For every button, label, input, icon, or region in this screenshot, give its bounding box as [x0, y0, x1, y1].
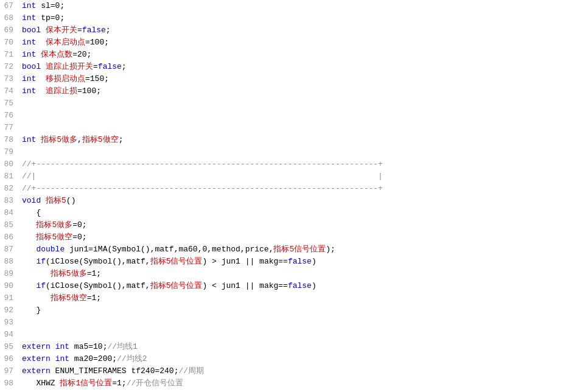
code-line: } [22, 304, 574, 317]
line-number: 71 [2, 49, 13, 61]
code-line: void 指标5() [22, 195, 574, 207]
code-content[interactable]: int sl=0;int tp=0;bool 保本开关=false;int 保本… [18, 0, 574, 392]
line-number: 92 [2, 304, 13, 317]
code-line: 指标5做多=1; [22, 268, 574, 280]
line-number: 83 [2, 195, 13, 207]
code-line: int 移损启动点=150; [22, 73, 574, 85]
code-line: extern int ma5=10;//均线1 [22, 341, 574, 353]
line-number: 68 [2, 12, 13, 24]
code-line: //| | [22, 170, 574, 183]
code-line: if(iClose(Symbol(),matf,指标5信号位置) < jun1 … [22, 280, 574, 292]
line-number: 69 [2, 24, 13, 37]
line-number: 84 [2, 207, 13, 219]
code-line [22, 146, 574, 158]
code-line: int 追踪止损=100; [22, 85, 574, 97]
code-line: extern ENUM_TIMEFRAMES tf240=240;//周期 [22, 365, 574, 377]
code-line: int 保本点数=20; [22, 49, 574, 61]
line-number: 87 [2, 243, 13, 256]
line-number: 94 [2, 329, 13, 341]
code-line: //+-------------------------------------… [22, 158, 574, 170]
line-number: 95 [2, 341, 13, 353]
code-line: //+-------------------------------------… [22, 183, 574, 195]
line-number: 76 [2, 110, 13, 122]
code-line [22, 122, 574, 134]
line-number: 88 [2, 256, 13, 268]
code-line: XHWZ 指标1信号位置=1;//开仓信号位置 [22, 377, 574, 390]
line-number: 82 [2, 183, 13, 195]
line-number: 85 [2, 219, 13, 231]
code-line: double jun1=iMA(Symbol(),matf,ma60,0,met… [22, 243, 574, 256]
line-number: 93 [2, 317, 13, 329]
line-number: 81 [2, 170, 13, 183]
line-number: 67 [2, 0, 13, 12]
line-number: 96 [2, 353, 13, 365]
code-line: int sl=0; [22, 0, 574, 12]
line-number: 70 [2, 37, 13, 49]
line-number: 80 [2, 158, 13, 170]
code-line: 指标5做空=1; [22, 292, 574, 304]
line-number: 77 [2, 122, 13, 134]
code-line: if(iClose(Symbol(),matf,指标5信号位置) > jun1 … [22, 256, 574, 268]
code-line: 指标5做多=0; [22, 219, 574, 231]
code-line: { [22, 207, 574, 219]
line-number: 97 [2, 365, 13, 377]
line-number: 75 [2, 97, 13, 110]
code-editor: 6768697071727374757677787980818283848586… [0, 0, 574, 392]
code-line: 指标5做空=0; [22, 231, 574, 243]
line-number: 86 [2, 231, 13, 243]
code-line [22, 97, 574, 110]
line-number: 90 [2, 280, 13, 292]
code-line: int tp=0; [22, 12, 574, 24]
line-number: 72 [2, 61, 13, 73]
code-line: bool 保本开关=false; [22, 24, 574, 37]
code-line [22, 110, 574, 122]
code-line: extern int ma20=200;//均线2 [22, 353, 574, 365]
line-number: 89 [2, 268, 13, 280]
line-number: 73 [2, 73, 13, 85]
line-number: 74 [2, 85, 13, 97]
line-number: 78 [2, 134, 13, 146]
line-number: 79 [2, 146, 13, 158]
line-number: 98 [2, 377, 13, 390]
line-numbers: 6768697071727374757677787980818283848586… [0, 0, 18, 392]
code-line: int 指标5做多,指标5做空; [22, 134, 574, 146]
code-line [22, 329, 574, 341]
code-line: int 保本启动点=100; [22, 37, 574, 49]
code-line: bool 追踪止损开关=false; [22, 61, 574, 73]
code-line [22, 317, 574, 329]
line-number: 91 [2, 292, 13, 304]
